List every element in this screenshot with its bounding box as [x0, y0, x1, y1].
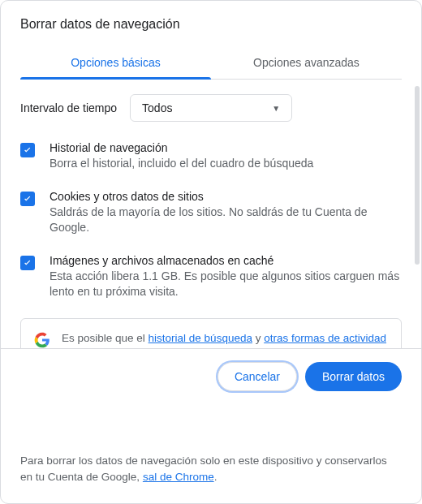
link-search-history[interactable]: historial de búsqueda	[149, 332, 252, 344]
time-range-label: Intervalo de tiempo	[20, 101, 117, 114]
checkbox-cookies[interactable]	[20, 192, 35, 206]
check-cookies-desc: Saldrás de la mayoría de los sitios. No …	[50, 205, 402, 236]
info-text: Es posible que el historial de búsqueda …	[62, 330, 388, 348]
google-icon	[34, 332, 50, 348]
scrollbar[interactable]	[415, 86, 420, 265]
check-cache-desc: Esta acción libera 1.1 GB. Es posible qu…	[50, 269, 402, 300]
check-history-desc: Borra el historial, incluido el del cuad…	[50, 156, 402, 172]
checkbox-history[interactable]	[20, 143, 35, 157]
time-range-select[interactable]: Todos ▼	[130, 94, 292, 122]
tabs: Opciones básicas Opciones avanzadas	[20, 46, 402, 80]
link-sign-out-chrome[interactable]: sal de Chrome	[143, 471, 214, 483]
info-box: Es posible que el historial de búsqueda …	[20, 318, 402, 348]
dialog-footer: Cancelar Borrar datos	[1, 348, 421, 404]
dialog-body: Intervalo de tiempo Todos ▼ Historial de…	[1, 80, 421, 348]
check-cookies-title: Cookies y otros datos de sitios	[50, 190, 402, 203]
clear-data-button[interactable]: Borrar datos	[305, 362, 402, 391]
time-range-value: Todos	[142, 101, 172, 114]
dialog-title: Borrar datos de navegación	[20, 17, 402, 32]
chevron-down-icon: ▼	[272, 104, 280, 113]
cancel-button[interactable]: Cancelar	[217, 362, 297, 391]
tab-advanced[interactable]: Opciones avanzadas	[211, 46, 402, 79]
checkbox-cache[interactable]	[20, 256, 35, 270]
tab-basic[interactable]: Opciones básicas	[20, 46, 211, 79]
bottom-note: Para borrar los datos de navegación solo…	[20, 453, 402, 486]
link-other-activity[interactable]: otras formas de actividad	[264, 332, 386, 344]
check-history-title: Historial de navegación	[50, 141, 402, 154]
check-cache-title: Imágenes y archivos almacenados en caché	[50, 254, 402, 267]
